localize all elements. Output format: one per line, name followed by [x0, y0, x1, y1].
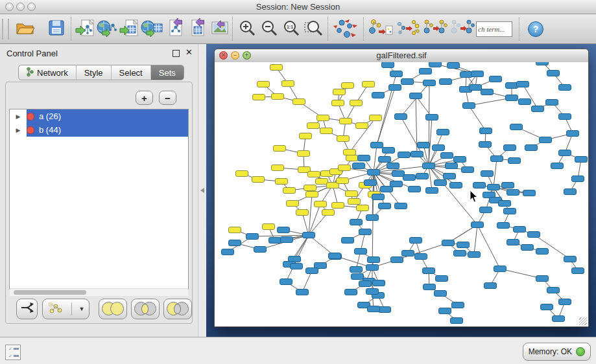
graph-node[interactable]: [506, 83, 518, 89]
graph-node[interactable]: [257, 82, 270, 87]
graph-node[interactable]: [287, 201, 299, 207]
graph-node[interactable]: [540, 137, 552, 143]
graph-node[interactable]: [296, 290, 309, 295]
graph-node[interactable]: [507, 190, 519, 196]
sets-horizontal-scrollbar[interactable]: [10, 288, 188, 296]
graph-edge[interactable]: [309, 212, 328, 235]
graph-node[interactable]: [435, 180, 447, 186]
graph-node[interactable]: [379, 307, 391, 313]
graph-node[interactable]: [379, 203, 391, 209]
intersect-sets-button[interactable]: [131, 299, 160, 319]
graph-node[interactable]: [504, 145, 516, 151]
graph-node[interactable]: [332, 203, 344, 209]
select-first-neighbors-button[interactable]: [394, 17, 422, 41]
graph-node[interactable]: [372, 194, 385, 200]
network-frame-titlebar[interactable]: ✕ − + galFiltered.sif: [215, 49, 588, 63]
graph-node[interactable]: [401, 79, 414, 85]
graph-node[interactable]: [450, 183, 462, 188]
graph-node[interactable]: [546, 100, 558, 106]
graph-node[interactable]: [559, 299, 571, 305]
graph-node[interactable]: [525, 145, 538, 151]
graph-node[interactable]: [547, 288, 560, 293]
import-table-web-button[interactable]: [141, 17, 163, 41]
graph-node[interactable]: [252, 177, 265, 183]
graph-node[interactable]: [382, 62, 394, 68]
graph-node[interactable]: [551, 163, 564, 169]
graph-node[interactable]: [468, 252, 481, 258]
graph-node[interactable]: [317, 115, 329, 121]
graph-node[interactable]: [442, 240, 455, 246]
graph-node[interactable]: [270, 65, 283, 71]
graph-node[interactable]: [332, 100, 344, 106]
graph-node[interactable]: [488, 185, 500, 190]
graph-node[interactable]: [350, 220, 363, 225]
graph-node[interactable]: [390, 71, 403, 77]
export-table-button[interactable]: [185, 17, 207, 41]
graph-node[interactable]: [306, 192, 318, 198]
graph-edge[interactable]: [494, 159, 497, 187]
graph-node[interactable]: [536, 249, 549, 255]
import-table-file-button[interactable]: [119, 17, 141, 41]
graph-node[interactable]: [389, 85, 401, 91]
graph-node[interactable]: [304, 185, 316, 191]
graph-node[interactable]: [439, 308, 451, 314]
scrollbar-thumb[interactable]: [14, 290, 86, 295]
graph-node[interactable]: [379, 157, 391, 163]
graph-node[interactable]: [433, 145, 445, 151]
graph-node[interactable]: [510, 124, 523, 130]
graph-edge[interactable]: [302, 212, 309, 235]
create-set-button[interactable]: ▼: [42, 299, 89, 319]
graph-node[interactable]: [454, 251, 466, 256]
graph-node[interactable]: [452, 302, 464, 308]
graph-node[interactable]: [345, 290, 357, 295]
graph-node[interactable]: [559, 114, 571, 120]
graph-node[interactable]: [441, 153, 453, 159]
graph-node[interactable]: [383, 148, 395, 154]
graph-node[interactable]: [395, 203, 407, 209]
graph-node[interactable]: [429, 62, 442, 67]
graph-node[interactable]: [517, 82, 529, 87]
graph-node[interactable]: [437, 130, 449, 135]
graph-edge[interactable]: [477, 225, 500, 269]
graph-node[interactable]: [307, 123, 320, 129]
graph-node[interactable]: [359, 281, 372, 287]
graph-node[interactable]: [426, 115, 438, 120]
set-row[interactable]: ▶a (26): [10, 109, 188, 123]
expand-triangle-icon[interactable]: ▶: [10, 127, 27, 133]
graph-node[interactable]: [339, 165, 351, 171]
graph-node[interactable]: [457, 242, 470, 248]
graph-edge[interactable]: [534, 234, 570, 259]
graph-node[interactable]: [572, 268, 584, 274]
open-session-button[interactable]: [14, 17, 36, 41]
graph-node[interactable]: [316, 179, 328, 185]
tab-select[interactable]: Select: [112, 65, 151, 80]
float-panel-icon[interactable]: [173, 50, 180, 57]
graph-node[interactable]: [514, 227, 526, 233]
graph-node[interactable]: [423, 268, 435, 274]
graph-node[interactable]: [363, 82, 375, 87]
graph-node[interactable]: [572, 176, 584, 182]
graph-node[interactable]: [454, 157, 466, 163]
import-network-file-button[interactable]: [75, 17, 97, 41]
graph-node[interactable]: [359, 229, 372, 235]
graph-edge[interactable]: [309, 194, 312, 235]
union-sets-button[interactable]: [99, 299, 127, 319]
graph-node[interactable]: [575, 157, 588, 163]
tab-network[interactable]: Network: [19, 65, 77, 80]
graph-node[interactable]: [300, 133, 312, 139]
graph-node[interactable]: [528, 232, 540, 238]
graph-node[interactable]: [446, 163, 458, 169]
tab-sets[interactable]: Sets: [151, 65, 184, 80]
graph-node[interactable]: [278, 227, 290, 233]
graph-node[interactable]: [471, 71, 484, 77]
graph-node[interactable]: [342, 238, 354, 244]
graph-node[interactable]: [499, 201, 511, 207]
graph-node[interactable]: [473, 183, 486, 188]
graph-node[interactable]: [447, 63, 460, 69]
graph-node[interactable]: [460, 72, 473, 78]
graph-node[interactable]: [272, 94, 284, 100]
graph-node[interactable]: [333, 89, 346, 95]
deselect-all-button[interactable]: [449, 17, 476, 41]
difference-sets-button[interactable]: [163, 299, 192, 319]
zoom-out-button[interactable]: [258, 17, 280, 41]
